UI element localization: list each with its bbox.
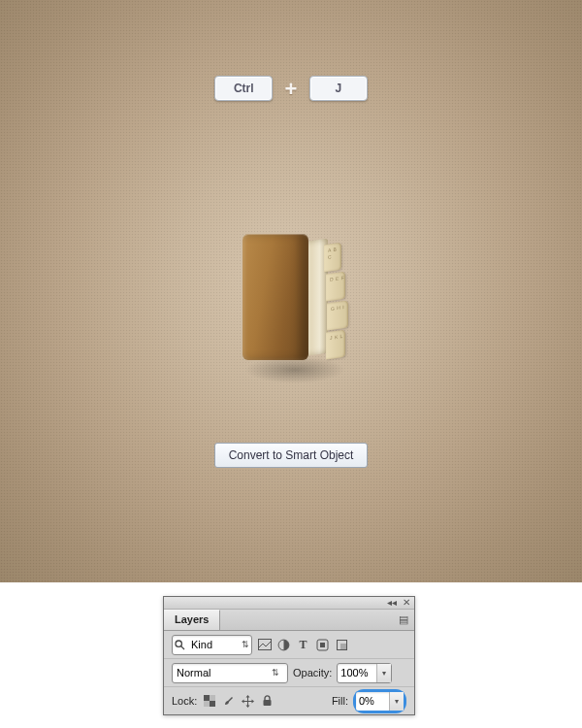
lock-label: Lock: (172, 695, 197, 707)
index-tab: D E F (326, 272, 345, 302)
fill-input[interactable]: ▾ (355, 691, 404, 711)
svg-rect-9 (210, 701, 215, 707)
fill-highlight: ▾ (353, 689, 406, 713)
blend-row: ⇅ Opacity: ▾ (164, 659, 414, 687)
address-book-icon: A B C D E F G H I J K L (237, 230, 353, 376)
key-ctrl: Ctrl (214, 76, 273, 101)
spacer (0, 582, 582, 596)
lock-row: Lock: Fill: ▾ (164, 687, 414, 714)
index-tab: A B C (324, 243, 341, 273)
chevron-updown-icon: ⇅ (270, 668, 281, 678)
filter-image-icon[interactable] (257, 638, 272, 652)
tab-layers[interactable]: Layers (164, 610, 220, 630)
collapse-icon[interactable]: ◂◂ (387, 598, 397, 608)
fill-label: Fill: (332, 695, 348, 707)
book-shadow (244, 356, 345, 383)
blend-mode-value[interactable] (173, 665, 270, 681)
svg-rect-10 (210, 695, 215, 701)
shortcut-row: Ctrl + J (0, 76, 582, 102)
layers-panel: ◂◂ ✕ Layers ▤ ⇅ T (163, 596, 415, 715)
book-cover (242, 234, 308, 360)
opacity-label: Opacity: (293, 667, 332, 678)
convert-smart-object-button[interactable]: Convert to Smart Object (214, 443, 369, 468)
svg-rect-8 (204, 695, 210, 701)
lock-brush-icon[interactable] (221, 694, 236, 709)
svg-rect-11 (204, 701, 210, 707)
filter-adjust-icon[interactable] (276, 638, 291, 652)
filter-kind-value[interactable] (187, 637, 240, 653)
lock-pixels-icon[interactable] (202, 694, 216, 709)
svg-rect-14 (264, 700, 272, 706)
svg-point-0 (176, 641, 181, 646)
panel-area: ◂◂ ✕ Layers ▤ ⇅ T (0, 596, 582, 728)
search-icon (173, 638, 187, 652)
svg-rect-2 (258, 640, 271, 650)
action-row: Convert to Smart Object (0, 443, 582, 468)
filter-row: ⇅ T (164, 631, 414, 659)
svg-rect-5 (320, 643, 325, 647)
chevron-updown-icon: ⇅ (240, 640, 251, 649)
index-tab: J K L (326, 330, 345, 360)
opacity-input[interactable]: ▾ (337, 663, 392, 683)
chevron-down-icon[interactable]: ▾ (376, 664, 391, 682)
tutorial-canvas: Ctrl + J A B C D E F G H I J K L Convert… (0, 0, 582, 582)
close-icon[interactable]: ✕ (403, 598, 410, 608)
panel-menu-icon[interactable]: ▤ (393, 613, 414, 626)
filter-kind-select[interactable]: ⇅ (172, 635, 252, 655)
key-j: J (309, 76, 368, 101)
filter-text-icon[interactable]: T (296, 638, 310, 652)
panel-chrome: ◂◂ ✕ (164, 597, 414, 610)
index-tab: G H I (327, 300, 348, 330)
filter-smartobject-icon[interactable] (335, 638, 349, 652)
fill-value[interactable] (356, 693, 389, 710)
plus-icon: + (285, 77, 298, 102)
svg-rect-7 (340, 644, 347, 650)
panel-tabs: Layers ▤ (164, 610, 414, 631)
filter-shape-icon[interactable] (315, 638, 330, 652)
lock-move-icon[interactable] (241, 694, 255, 709)
blend-mode-select[interactable]: ⇅ (172, 663, 288, 683)
chevron-down-icon[interactable]: ▾ (389, 692, 404, 711)
lock-all-icon[interactable] (260, 694, 275, 709)
opacity-value[interactable] (338, 665, 376, 681)
svg-line-1 (181, 645, 184, 648)
